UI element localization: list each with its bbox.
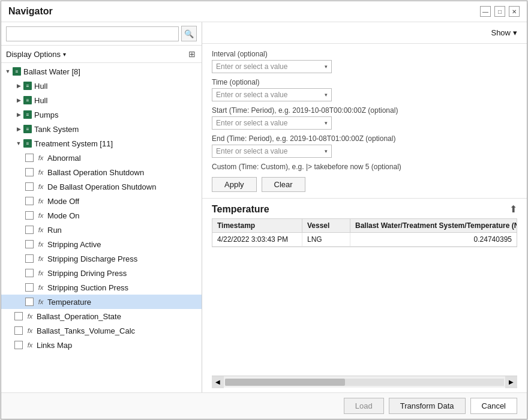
checkbox-stripping-active[interactable] bbox=[25, 240, 34, 248]
start-arrow: ▾ bbox=[325, 120, 328, 126]
label-stripping-discharge: Stripping Discharge Press bbox=[47, 254, 137, 263]
scroll-thumb[interactable] bbox=[225, 379, 345, 386]
minimize-button[interactable]: — bbox=[480, 6, 491, 17]
horizontal-scrollbar[interactable]: ◀ ▶ bbox=[212, 376, 517, 388]
tree-item-ballast-op[interactable]: fx Ballast Operation Shutdown bbox=[1, 165, 202, 179]
expand-arrow-ballast-water[interactable]: ▼ bbox=[4, 67, 12, 76]
export-icon[interactable]: ⬆ bbox=[509, 203, 517, 215]
checkbox-abnormal[interactable] bbox=[25, 154, 34, 162]
apply-button[interactable]: Apply bbox=[212, 177, 257, 192]
label-run: Run bbox=[47, 226, 62, 235]
label-stripping-suction: Stripping Suction Press bbox=[47, 283, 128, 292]
tree-item-treatment-system[interactable]: ▼ ≡ Treatment System [11] bbox=[1, 136, 202, 151]
tree-item-temperature[interactable]: fx Temperature bbox=[1, 295, 202, 309]
label-mode-off: Mode Off bbox=[47, 197, 79, 206]
expand-arrow-pumps[interactable]: ▶ bbox=[14, 110, 23, 119]
tree-item-ballast-operation-state[interactable]: fx Ballast_Operation_State bbox=[1, 309, 202, 323]
close-button[interactable]: ✕ bbox=[509, 6, 520, 17]
tree-item-stripping-driving[interactable]: fx Stripping Driving Press bbox=[1, 266, 202, 280]
tree-item-stripping-discharge[interactable]: fx Stripping Discharge Press bbox=[1, 251, 202, 266]
right-panel: Show ▾ Interval (optional) Enter or sele… bbox=[202, 22, 527, 392]
checkbox-ballast-op[interactable] bbox=[25, 168, 34, 176]
checkbox-mode-off[interactable] bbox=[25, 197, 34, 205]
tree-item-ballast-tanks-volume[interactable]: fx Ballast_Tanks_Volume_Calc bbox=[1, 323, 202, 338]
label-de-ballast-op: De Ballast Operation Shutdown bbox=[47, 182, 156, 191]
tree-area[interactable]: ▼ ≡ Ballast Water [8] ▶ ≡ Hull bbox=[1, 63, 202, 392]
display-options-button[interactable]: Display Options ▾ bbox=[6, 50, 66, 59]
clear-button[interactable]: Clear bbox=[262, 177, 305, 192]
tree-item-hull-1[interactable]: ▶ ≡ Hull bbox=[1, 79, 202, 93]
scroll-track[interactable] bbox=[225, 379, 504, 386]
search-button[interactable]: 🔍 bbox=[181, 26, 197, 41]
end-placeholder: Enter or select a value bbox=[216, 147, 287, 155]
tree-item-tank-system[interactable]: ▶ ≡ Tank System bbox=[1, 122, 202, 136]
expand-arrow-hull-2[interactable]: ▶ bbox=[14, 96, 23, 104]
tree-item-mode-on[interactable]: fx Mode On bbox=[1, 208, 202, 223]
tree-content: ▼ ≡ Ballast Water [8] ▶ ≡ Hull bbox=[1, 63, 202, 353]
fx-icon-mode-off: fx bbox=[36, 196, 46, 206]
show-button[interactable]: Show ▾ bbox=[491, 28, 517, 37]
checkbox-stripping-discharge[interactable] bbox=[25, 254, 34, 263]
expand-arrow-treatment-system[interactable]: ▼ bbox=[14, 139, 23, 148]
filter-buttons: Apply Clear bbox=[212, 177, 517, 192]
interval-arrow: ▾ bbox=[325, 64, 328, 70]
load-button: Load bbox=[344, 398, 384, 414]
time-select[interactable]: Enter or select a value ▾ bbox=[212, 88, 332, 101]
right-top: Show ▾ bbox=[202, 22, 527, 44]
fx-icon-de-ballast-op: fx bbox=[36, 182, 46, 191]
checkbox-mode-on[interactable] bbox=[25, 211, 34, 220]
checkbox-ballast-tanks-volume[interactable] bbox=[14, 326, 23, 335]
window-title: Navigator bbox=[8, 6, 53, 17]
table-icon-hull-2: ≡ bbox=[23, 95, 32, 105]
checkbox-links-map[interactable] bbox=[14, 341, 23, 349]
label-tank-system: Tank System bbox=[34, 125, 79, 134]
end-select[interactable]: Enter or select a value ▾ bbox=[212, 145, 332, 158]
interval-select[interactable]: Enter or select a value ▾ bbox=[212, 60, 332, 73]
label-treatment-system: Treatment System [11] bbox=[34, 139, 113, 148]
show-label: Show bbox=[491, 28, 511, 37]
tree-item-abnormal[interactable]: fx Abnormal bbox=[1, 151, 202, 165]
table-header: Timestamp Vessel Ballast Water/Treatment… bbox=[212, 219, 517, 233]
th-vessel: Vessel bbox=[302, 219, 350, 232]
custom-filter-label: Custom (Time: Custom), e.g. |> takebefor… bbox=[212, 163, 517, 171]
checkbox-stripping-driving[interactable] bbox=[25, 269, 34, 277]
tree-item-hull-2[interactable]: ▶ ≡ Hull bbox=[1, 93, 202, 107]
interval-placeholder: Enter or select a value bbox=[216, 62, 287, 71]
checkbox-run[interactable] bbox=[25, 226, 34, 234]
nav-icon-button[interactable]: ⊞ bbox=[187, 48, 197, 60]
transform-button[interactable]: Transform Data bbox=[389, 398, 466, 414]
scroll-right-button[interactable]: ▶ bbox=[505, 376, 517, 388]
maximize-button[interactable]: □ bbox=[494, 6, 505, 17]
tree-item-mode-off[interactable]: fx Mode Off bbox=[1, 194, 202, 208]
label-stripping-driving: Stripping Driving Press bbox=[47, 269, 127, 278]
cancel-button[interactable]: Cancel bbox=[470, 398, 517, 414]
checkbox-de-ballast-op[interactable] bbox=[25, 182, 34, 191]
end-filter-row: End (Time: Period), e.g. 2019-10-08T01:0… bbox=[212, 134, 517, 158]
fx-icon-ballast-tanks-volume: fx bbox=[25, 326, 35, 335]
tree-item-run[interactable]: fx Run bbox=[1, 223, 202, 237]
tree-item-de-ballast-op[interactable]: fx De Ballast Operation Shutdown bbox=[1, 179, 202, 194]
display-options-bar: Display Options ▾ ⊞ bbox=[1, 46, 202, 63]
tree-item-stripping-active[interactable]: fx Stripping Active bbox=[1, 237, 202, 251]
checkbox-stripping-suction[interactable] bbox=[25, 283, 34, 292]
expand-arrow-hull-1[interactable]: ▶ bbox=[14, 82, 23, 90]
start-select[interactable]: Enter or select a value ▾ bbox=[212, 116, 332, 130]
navigator-window: Navigator — □ ✕ 🔍 Display Options ▾ ⊞ bbox=[1, 1, 527, 419]
content-area: 🔍 Display Options ▾ ⊞ ▼ ≡ Bal bbox=[1, 22, 527, 392]
search-input[interactable] bbox=[6, 26, 179, 41]
table-icon-hull-1: ≡ bbox=[23, 81, 32, 91]
fx-icon-mode-on: fx bbox=[36, 211, 46, 220]
table-icon-treatment-system: ≡ bbox=[23, 139, 32, 148]
tree-item-ballast-water[interactable]: ▼ ≡ Ballast Water [8] bbox=[1, 64, 202, 79]
expand-arrow-tank-system[interactable]: ▶ bbox=[14, 125, 23, 133]
tree-item-links-map[interactable]: fx Links Map bbox=[1, 338, 202, 352]
tree-item-stripping-suction[interactable]: fx Stripping Suction Press bbox=[1, 280, 202, 295]
td-value: 0.24740395 bbox=[350, 233, 517, 246]
checkbox-ballast-operation-state[interactable] bbox=[14, 312, 23, 320]
scroll-left-button[interactable]: ◀ bbox=[212, 376, 224, 388]
tree-item-pumps[interactable]: ▶ ≡ Pumps bbox=[1, 107, 202, 122]
label-mode-on: Mode On bbox=[47, 211, 79, 220]
fx-icon-temperature: fx bbox=[36, 297, 46, 307]
title-bar: Navigator — □ ✕ bbox=[1, 1, 527, 22]
checkbox-temperature[interactable] bbox=[25, 298, 34, 306]
